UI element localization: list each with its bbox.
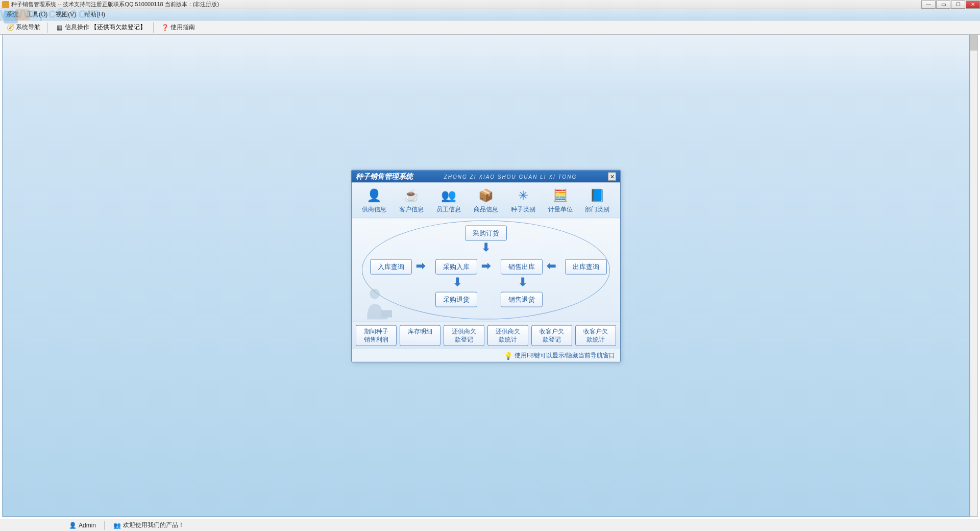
bottom-btn-collect-reg[interactable]: 收客户欠 款登记: [531, 325, 572, 346]
vertical-scrollbar[interactable]: [970, 35, 978, 517]
svg-point-2: [370, 289, 380, 299]
btn-label: 收客户欠 款登记: [540, 328, 564, 343]
toolbar-guide-label: 使用指南: [170, 23, 195, 32]
arrow-right-icon: ➡: [416, 259, 425, 273]
nav-panel: 种子销售管理系统 ZHONG ZI XIAO SHOU GUAN LI XI T…: [351, 170, 621, 363]
window-titlebar: 种子销售管理系统 -- 技术支持与注册正版联系QQ 510000118 当前版本…: [0, 0, 980, 9]
tip-bar: 💡 使用F8键可以显示/隐藏当前导航窗口: [352, 349, 620, 362]
help-icon: ❓: [161, 23, 169, 32]
nav-icon-label: 客户信息: [399, 205, 424, 214]
restore-button[interactable]: ▭: [936, 1, 950, 9]
toolbar-nav[interactable]: 🧭 系统导航: [3, 22, 43, 33]
arrow-down-icon: ⬇: [518, 276, 527, 289]
nav-icon-product[interactable]: 📦 商品信息: [469, 188, 503, 214]
minimize-button[interactable]: —: [921, 1, 936, 9]
btn-label: 还供商欠 款登记: [452, 328, 476, 343]
flow-btn-purchase-return[interactable]: 采购退货: [435, 292, 477, 307]
status-user: 👤 Admin: [64, 521, 100, 529]
toolbar-info-label: 信息操作: [65, 23, 89, 32]
status-separator: [104, 521, 105, 530]
btn-label: 还供商欠 款统计: [496, 328, 520, 343]
nav-icons-row: 👤 供商信息 ☕ 客户信息 👥 员工信息 📦 商品信息 ✳ 种子类别 🧮 计: [352, 183, 620, 219]
menubar: 系统 工具(O) 视图(V) 帮助(H): [0, 9, 980, 20]
toolbar: 🧭 系统导航 ▦ 信息操作 【还供商欠款登记】 ❓ 使用指南: [0, 20, 980, 35]
status-user-label: Admin: [79, 522, 96, 529]
person-silhouette-icon: [359, 285, 395, 321]
nav-icon-label: 种子类别: [511, 205, 535, 214]
nav-icon-label: 计量单位: [548, 205, 573, 214]
customer-icon: ☕: [403, 188, 420, 203]
close-button[interactable]: ✕: [966, 1, 980, 9]
lightbulb-icon: 💡: [504, 351, 512, 359]
toolbar-info-ops[interactable]: ▦ 信息操作 【还供商欠款登记】: [52, 22, 149, 33]
nav-title-en: ZHONG ZI XIAO SHOU GUAN LI XI TONG: [413, 174, 608, 179]
flow-btn-purchase-in[interactable]: 采购入库: [435, 259, 477, 275]
toolbar-nav-label: 系统导航: [16, 23, 40, 32]
toolbar-separator: [47, 22, 48, 33]
flow-btn-po[interactable]: 采购订货: [465, 226, 507, 241]
product-icon: 📦: [478, 188, 494, 203]
nav-icon: 🧭: [6, 23, 14, 32]
btn-label: 库存明细: [408, 328, 432, 335]
flow-btn-out-query[interactable]: 出库查询: [565, 259, 607, 275]
flow-btn-sales-return[interactable]: 销售退货: [501, 292, 543, 307]
nav-title-cn: 种子销售管理系统: [356, 172, 413, 181]
statusbar: 👤 Admin 👥 欢迎使用我们的产品！: [0, 519, 980, 531]
flow-btn-sales-out[interactable]: 销售出库: [501, 259, 543, 275]
seed-category-icon: ✳: [515, 188, 531, 203]
grid-icon: ▦: [55, 23, 63, 32]
nav-icon-label: 部门类别: [585, 205, 609, 214]
nav-icon-unit[interactable]: 🧮 计量单位: [543, 188, 578, 214]
maximize-button[interactable]: ☐: [951, 1, 965, 9]
nav-icon-department[interactable]: 📘 部门类别: [580, 188, 615, 214]
arrow-right-icon: ➡: [481, 259, 491, 273]
app-icon: [2, 1, 9, 8]
arrow-down-icon: ⬇: [481, 241, 491, 254]
flow-chart: 采购订货 ⬇ 入库查询 ➡ 采购入库 ➡ 销售出库 ⬅ 出库查询 ⬇ ⬇ 采购退…: [352, 219, 620, 322]
nav-panel-titlebar: 种子销售管理系统 ZHONG ZI XIAO SHOU GUAN LI XI T…: [352, 171, 620, 183]
toolbar-separator: [153, 22, 154, 33]
user-icon: 👤: [68, 521, 77, 529]
scroll-thumb[interactable]: [970, 35, 977, 51]
menu-help[interactable]: 帮助(H): [80, 9, 109, 20]
department-icon: 📘: [589, 188, 605, 203]
nav-icon-label: 员工信息: [436, 205, 461, 214]
toolbar-current: 【还供商欠款登记】: [91, 23, 146, 32]
menu-tools[interactable]: 工具(O): [22, 9, 52, 20]
window-title: 种子销售管理系统 -- 技术支持与注册正版联系QQ 510000118 当前版本…: [11, 1, 921, 8]
svg-rect-3: [381, 310, 392, 318]
nav-icon-label: 商品信息: [474, 205, 498, 214]
nav-icon-label: 供商信息: [362, 205, 386, 214]
bottom-btn-pay-supplier-reg[interactable]: 还供商欠 款登记: [444, 325, 484, 346]
flow-btn-in-query[interactable]: 入库查询: [370, 259, 412, 275]
menu-system[interactable]: 系统: [2, 9, 22, 20]
bottom-btn-collect-stat[interactable]: 收客户欠 款统计: [575, 325, 616, 346]
bottom-btn-pay-supplier-stat[interactable]: 还供商欠 款统计: [487, 325, 528, 346]
nav-icon-customer[interactable]: ☕ 客户信息: [394, 188, 429, 214]
status-welcome-label: 欢迎使用我们的产品！: [123, 521, 184, 529]
toolbar-guide[interactable]: ❓ 使用指南: [158, 22, 198, 33]
nav-icon-supplier[interactable]: 👤 供商信息: [357, 188, 391, 214]
nav-close-button[interactable]: ✕: [608, 173, 616, 181]
bottom-btn-profit[interactable]: 期间种子 销售利润: [356, 325, 397, 346]
welcome-icon: 👥: [113, 521, 121, 529]
main-workspace: 种子销售管理系统 ZHONG ZI XIAO SHOU GUAN LI XI T…: [2, 35, 970, 517]
tip-text: 使用F8键可以显示/隐藏当前导航窗口: [514, 351, 615, 360]
arrow-left-icon: ⬅: [547, 259, 556, 273]
bottom-buttons-row: 期间种子 销售利润 库存明细 还供商欠 款登记 还供商欠 款统计 收客户欠 款登…: [352, 322, 620, 349]
btn-label: 收客户欠 款统计: [583, 328, 608, 343]
btn-label: 期间种子 销售利润: [364, 328, 388, 343]
window-controls: — ▭ ☐ ✕: [921, 1, 980, 9]
unit-icon: 🧮: [552, 188, 569, 203]
nav-icon-employee[interactable]: 👥 员工信息: [431, 188, 466, 214]
bottom-btn-inventory[interactable]: 库存明细: [400, 325, 440, 346]
status-welcome: 👥 欢迎使用我们的产品！: [109, 521, 188, 529]
supplier-icon: 👤: [366, 188, 382, 203]
nav-icon-seed-category[interactable]: ✳ 种子类别: [506, 188, 541, 214]
menu-view[interactable]: 视图(V): [52, 9, 80, 20]
arrow-down-icon: ⬇: [453, 276, 462, 289]
employee-icon: 👥: [440, 188, 457, 203]
